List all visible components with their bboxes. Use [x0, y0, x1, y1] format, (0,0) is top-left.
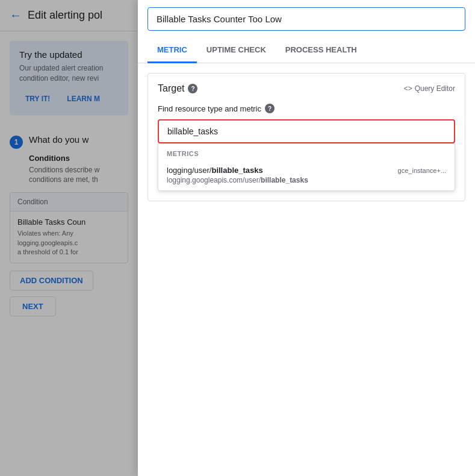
modal-panel: METRIC UPTIME CHECK PROCESS HEALTH Targe…: [138, 0, 475, 476]
find-resource-label: Find resource type and metric ?: [158, 104, 455, 113]
dropdown-item-url: logging.googleapis.com/user/billable_tas…: [167, 176, 446, 184]
query-editor-label: Query Editor: [415, 84, 455, 93]
tab-metric[interactable]: METRIC: [147, 38, 197, 63]
dropdown-item-top-0: logging/user/billable_tasks gce_instance…: [167, 166, 446, 175]
metric-dropdown: Metrics logging/user/billable_tasks gce_…: [158, 143, 455, 191]
alert-title-input[interactable]: [147, 7, 465, 31]
target-section: Target ? <> Query Editor Find resource t…: [147, 73, 465, 201]
tab-process-health[interactable]: PROCESS HEALTH: [276, 38, 367, 63]
dropdown-item-bold: billable_tasks: [211, 166, 262, 175]
metric-input-wrapper: [158, 119, 455, 143]
dropdown-item-resource: gce_instance+...: [398, 167, 446, 174]
find-resource-help-icon[interactable]: ?: [265, 104, 275, 113]
modal-content: Target ? <> Query Editor Find resource t…: [138, 63, 475, 476]
dropdown-item-0[interactable]: logging/user/billable_tasks gce_instance…: [158, 160, 455, 190]
target-help-icon[interactable]: ?: [188, 84, 197, 93]
target-title: Target ?: [158, 83, 197, 94]
query-editor-link[interactable]: <> Query Editor: [404, 84, 455, 93]
dropdown-item-metric-path: logging/user/billable_tasks: [167, 166, 263, 175]
tab-uptime-check[interactable]: UPTIME CHECK: [197, 38, 276, 63]
metric-search-input[interactable]: [158, 119, 455, 143]
dropdown-section-label: Metrics: [158, 144, 455, 160]
dropdown-item-url-bold: billable_tasks: [261, 176, 308, 184]
query-editor-icon: <>: [404, 84, 412, 93]
modal-tabs: METRIC UPTIME CHECK PROCESS HEALTH: [138, 38, 475, 63]
target-header: Target ? <> Query Editor: [158, 83, 455, 94]
